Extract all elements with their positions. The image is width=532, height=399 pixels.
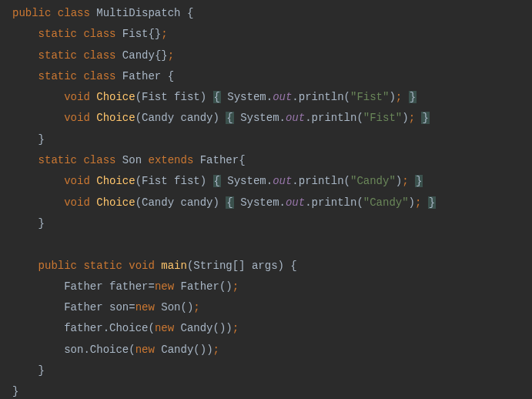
keyword-void: void: [129, 260, 155, 272]
keyword-new: new: [155, 322, 174, 334]
type-string: String: [193, 260, 232, 272]
brace: }: [38, 133, 45, 146]
code-block: public class MultiDispatch { static clas…: [0, 0, 532, 399]
dot: .: [279, 196, 286, 209]
semi: ;: [193, 301, 199, 314]
paren: (: [356, 196, 363, 209]
class-name: Fist: [122, 28, 149, 40]
type: Fist: [142, 91, 168, 103]
class-name: MultiDispatch: [96, 7, 180, 19]
ctor: Candy: [181, 322, 213, 334]
field-out: out: [286, 112, 305, 124]
class-name: Father: [200, 154, 239, 166]
keyword-void: void: [64, 196, 90, 209]
param: candy: [180, 112, 212, 124]
paren: (): [219, 280, 233, 293]
var: father: [109, 280, 148, 293]
method-call: println: [299, 175, 344, 187]
ctor: Candy: [161, 344, 193, 356]
semi: ;: [409, 112, 415, 124]
keyword-class: class: [83, 154, 115, 166]
dot: .: [305, 112, 311, 124]
keyword-extends: extends: [148, 154, 193, 166]
semi: ;: [161, 28, 167, 40]
brace-hl: }: [415, 175, 423, 187]
paren: ): [206, 344, 212, 356]
dot: .: [305, 196, 311, 209]
braces: {}: [148, 28, 161, 40]
brace-hl: {: [213, 91, 221, 103]
brace-hl: }: [409, 91, 417, 103]
keyword-new: new: [136, 301, 155, 314]
paren: (): [213, 322, 226, 334]
type: Father: [64, 280, 102, 293]
brace: }: [38, 364, 45, 377]
field-out: out: [273, 175, 292, 187]
param: candy: [180, 196, 212, 209]
brace: {: [187, 7, 193, 19]
method-name: Choice: [96, 196, 135, 209]
method-name: Choice: [96, 112, 135, 124]
class-ref: System: [240, 112, 279, 124]
keyword-class: class: [83, 49, 115, 62]
paren: (: [344, 175, 350, 187]
paren: (: [136, 196, 142, 209]
field-out: out: [273, 91, 292, 103]
brackets: []: [233, 260, 246, 272]
class-ref: System: [240, 196, 279, 209]
dot: .: [292, 91, 298, 103]
semi: ;: [396, 91, 402, 103]
semi: ;: [402, 175, 408, 187]
brace-hl: {: [213, 175, 221, 187]
class-ref: System: [227, 91, 266, 103]
ctor: Father: [181, 280, 219, 293]
semi: ;: [213, 344, 219, 356]
brace-hl: }: [428, 196, 436, 209]
ctor: Son: [161, 301, 180, 314]
eq: =: [129, 301, 135, 314]
dot: .: [279, 112, 286, 124]
paren: ): [226, 322, 232, 334]
method-call: println: [312, 196, 357, 209]
paren: ): [213, 196, 219, 209]
method-call: println: [312, 112, 357, 124]
string-lit: "Candy": [363, 196, 409, 209]
method-name: Choice: [96, 91, 135, 103]
paren: (: [136, 91, 142, 103]
keyword-static: static: [38, 49, 77, 62]
keyword-static: static: [38, 28, 77, 40]
paren: ): [278, 260, 284, 272]
keyword-new: new: [155, 280, 174, 293]
type: Candy: [142, 196, 174, 209]
keyword-static: static: [38, 70, 77, 82]
semi: ;: [168, 49, 174, 62]
paren: (: [148, 322, 154, 334]
paren: (: [129, 344, 135, 356]
brace-hl: }: [421, 112, 429, 124]
brace: {: [239, 154, 245, 166]
var: son: [109, 301, 129, 314]
keyword-void: void: [64, 91, 90, 103]
brace: {: [168, 70, 174, 82]
keyword-static: static: [38, 154, 77, 166]
paren: (: [136, 175, 142, 187]
type: Fist: [142, 175, 168, 187]
class-name: Father: [122, 70, 161, 82]
method-main: main: [161, 260, 187, 272]
class-name: Candy: [122, 49, 155, 62]
type: Candy: [142, 112, 174, 124]
keyword-class: class: [58, 7, 90, 19]
paren: (: [344, 91, 350, 103]
paren: (: [136, 112, 142, 124]
brace-hl: {: [226, 112, 233, 124]
paren: ): [409, 196, 415, 209]
paren: ): [396, 175, 402, 187]
keyword-void: void: [64, 175, 90, 187]
field-out: out: [286, 196, 305, 209]
param: fist: [174, 91, 200, 103]
method-call: println: [299, 91, 344, 103]
dot: .: [266, 91, 273, 103]
paren: ): [402, 112, 408, 124]
method-call: Choice: [90, 344, 129, 356]
keyword-public: public: [38, 260, 77, 272]
